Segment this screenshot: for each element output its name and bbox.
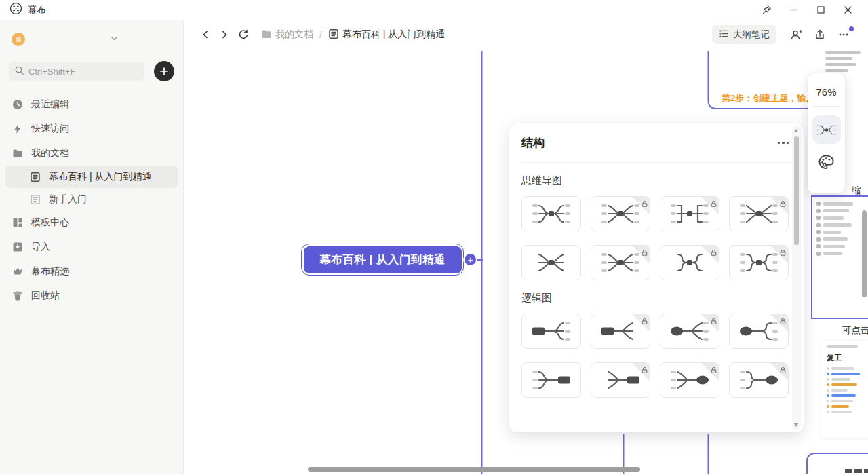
- structure-template-card-0-2[interactable]: [660, 196, 719, 231]
- sidebar-item-2[interactable]: 我的文档: [5, 141, 178, 166]
- chevron-down-icon[interactable]: [109, 33, 119, 46]
- thumb-row: [816, 238, 868, 242]
- structure-template-card-1-7[interactable]: [729, 362, 789, 398]
- thumb-header-bar: [827, 345, 858, 348]
- root-node[interactable]: 幕布百科 | 从入门到精通: [301, 244, 464, 276]
- outline-notes-button[interactable]: 大纲笔记: [712, 25, 776, 44]
- avatar[interactable]: [12, 33, 25, 46]
- structure-template-card-1-0[interactable]: [521, 314, 581, 349]
- close-button[interactable]: [834, 1, 861, 20]
- structure-template-card-0-1[interactable]: [591, 196, 650, 231]
- structure-template-card-1-1[interactable]: [591, 314, 650, 349]
- sidebar-item-6[interactable]: 回收站: [5, 284, 178, 308]
- sidebar-item-1[interactable]: 快速访问: [5, 117, 178, 141]
- thumb-row: [816, 209, 868, 213]
- locked-badge: [770, 363, 788, 381]
- forward-button[interactable]: [215, 25, 234, 44]
- add-child-button[interactable]: +: [463, 252, 477, 267]
- structure-template-card-1-5[interactable]: [591, 362, 650, 398]
- template-glyph-icon: [530, 366, 573, 394]
- theme-palette-button[interactable]: [817, 153, 835, 172]
- structure-template-card-0-6[interactable]: [660, 245, 719, 280]
- app-title: 幕布: [28, 4, 753, 16]
- section-label-1: 逻辑图: [521, 292, 791, 305]
- lock-icon: [641, 316, 648, 328]
- thumb-text-row: [827, 400, 867, 402]
- mindmap-canvas[interactable]: 第2步：创建主题，输入内容 幕布百科 | 从入门到精通 + 缩 可点击 复工 结…: [184, 49, 868, 474]
- sidebar-doc-label: 幕布百科 | 从入门到精通: [49, 171, 151, 183]
- locked-badge: [701, 363, 719, 381]
- lock-icon: [779, 364, 787, 377]
- sidebar-item-0[interactable]: 最近编辑: [5, 92, 178, 117]
- partial-bottom-node[interactable]: [806, 453, 868, 474]
- lock-icon: [710, 316, 717, 328]
- scrollbar-thumb[interactable]: [794, 136, 799, 245]
- structure-template-card-0-4[interactable]: [521, 245, 581, 280]
- locked-badge: [770, 314, 788, 332]
- sidebar-item-label: 回收站: [31, 290, 60, 302]
- screenshot-node[interactable]: [811, 195, 868, 319]
- locked-badge: [701, 314, 719, 332]
- pin-icon[interactable]: [753, 1, 780, 20]
- breadcrumb-document[interactable]: 幕布百科 | 从入门到精通: [328, 28, 445, 41]
- refresh-button[interactable]: [234, 25, 253, 44]
- mindmap-view-button[interactable]: [812, 115, 841, 144]
- background-content-snippet: [825, 51, 868, 75]
- trash-icon: [12, 290, 23, 301]
- doc-icon: [328, 28, 339, 41]
- thumb-row: [816, 216, 868, 220]
- sidebar: 最近编辑快速访问我的文档幕布百科 | 从入门到精通新手入门模板中心导入幕布精选回…: [0, 20, 184, 474]
- lock-icon: [641, 247, 648, 259]
- structure-template-card-1-2[interactable]: [660, 314, 719, 349]
- breadcrumb-folder[interactable]: 我的文档: [261, 28, 313, 41]
- scroll-down-arrow[interactable]: [794, 423, 798, 427]
- thumb-row: [816, 252, 868, 256]
- clipped-text-bars: [845, 469, 868, 473]
- template-icon: [12, 217, 23, 228]
- minimize-button[interactable]: [780, 1, 807, 20]
- horizontal-scrollbar[interactable]: [308, 467, 640, 472]
- thumb-heading: 复工: [827, 353, 867, 363]
- template-glyph-icon: [530, 249, 573, 276]
- thumb-text-row: [827, 405, 867, 408]
- panel-more-button[interactable]: [775, 139, 792, 147]
- search-input-wrap[interactable]: [9, 62, 144, 81]
- scroll-up-arrow[interactable]: [794, 129, 798, 132]
- search-input[interactable]: [28, 66, 137, 77]
- section-label-0: 思维导图: [521, 174, 791, 187]
- sidebar-doc-1[interactable]: 新手入门: [5, 188, 178, 210]
- sidebar-item-4[interactable]: 导入: [5, 235, 178, 259]
- structure-template-card-0-7[interactable]: [729, 245, 789, 280]
- crown-icon: [12, 266, 23, 277]
- structure-template-card-1-4[interactable]: [521, 362, 581, 398]
- main-area: 我的文档 / 幕布百科 | 从入门到精通 大纲笔记: [184, 20, 868, 474]
- maximize-button[interactable]: [807, 1, 834, 20]
- thumb-text-row: [827, 373, 867, 375]
- sidebar-item-3[interactable]: 模板中心: [5, 210, 178, 235]
- panel-scrollbar[interactable]: [792, 126, 801, 430]
- collaborate-button[interactable]: [787, 25, 806, 44]
- template-grid-0: [521, 196, 791, 280]
- more-button[interactable]: [834, 25, 853, 44]
- add-document-button[interactable]: [154, 61, 174, 81]
- divider: [813, 106, 840, 107]
- structure-panel-title: 结构: [521, 135, 545, 151]
- sidebar-item-5[interactable]: 幕布精选: [5, 259, 178, 284]
- doc-icon: [30, 194, 41, 205]
- structure-template-card-1-6[interactable]: [660, 362, 719, 398]
- sidebar-doc-0[interactable]: 幕布百科 | 从入门到精通: [5, 166, 178, 188]
- screenshot-node-2[interactable]: 复工: [821, 341, 868, 438]
- structure-template-card-1-3[interactable]: [729, 314, 789, 349]
- structure-template-card-0-0[interactable]: [521, 196, 581, 231]
- locked-badge: [632, 197, 650, 214]
- sidebar-doc-label: 新手入门: [49, 193, 87, 206]
- structure-template-card-0-3[interactable]: [729, 196, 789, 231]
- thumb-text-row: [827, 367, 867, 370]
- view-control-panel: 76%: [808, 73, 845, 193]
- structure-panel: 结构 思维导图逻辑图: [509, 124, 804, 432]
- back-button[interactable]: [196, 25, 215, 44]
- template-glyph-icon: [530, 200, 573, 227]
- lock-icon: [779, 247, 787, 259]
- structure-template-card-0-5[interactable]: [591, 245, 650, 280]
- share-button[interactable]: [810, 25, 829, 44]
